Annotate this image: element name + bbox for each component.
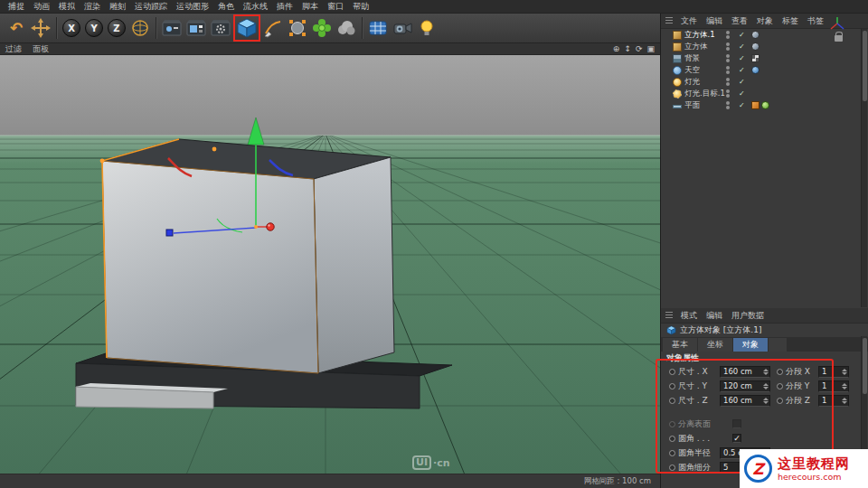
tab-partial[interactable] — [769, 338, 787, 352]
visibility-dots[interactable] — [726, 89, 730, 98]
menu-motion-tracker[interactable]: 运动跟踪 — [130, 0, 172, 14]
menu-plugins[interactable]: 插件 — [272, 0, 297, 14]
size-x-input[interactable]: 160 cm — [720, 366, 770, 378]
cube-primitive-button[interactable] — [236, 17, 258, 39]
undo-button[interactable]: ↶ — [5, 14, 28, 42]
segments-x-input[interactable]: 1 — [818, 366, 849, 378]
menu-character[interactable]: 角色 — [213, 0, 239, 14]
menu-animation[interactable]: 动画 — [29, 0, 54, 14]
pan-view-icon[interactable]: ⊕ — [613, 44, 620, 53]
visibility-dots[interactable] — [726, 54, 730, 62]
anim-dot[interactable] — [669, 436, 675, 442]
z-axis-lock-button[interactable]: Z — [108, 19, 126, 37]
object-row-light[interactable]: 灯光 ✓ — [661, 76, 862, 88]
enabled-check[interactable]: ✓ — [739, 89, 745, 98]
menu-mograph[interactable]: 运动图形 — [172, 0, 213, 14]
stepper[interactable] — [762, 369, 769, 375]
render-settings-button[interactable] — [209, 14, 232, 42]
size-y-input[interactable]: 120 cm — [720, 380, 770, 392]
object-tags[interactable] — [751, 31, 760, 39]
enabled-check[interactable]: ✓ — [739, 42, 745, 51]
menu-help[interactable]: 帮助 — [348, 0, 373, 14]
stepper[interactable] — [841, 383, 848, 389]
object-row-plane[interactable]: 平面 ✓ — [661, 99, 862, 111]
texture-tag-icon[interactable] — [751, 54, 760, 62]
visibility-dots[interactable] — [726, 42, 730, 51]
visibility-dots[interactable] — [726, 31, 730, 39]
move-tool-button[interactable] — [29, 14, 52, 42]
coordinate-system-button[interactable] — [128, 14, 152, 42]
subdivision-surface-button[interactable] — [286, 14, 309, 42]
y-axis-lock-button[interactable]: Y — [85, 19, 103, 37]
tab-basic[interactable]: 基本 — [663, 338, 697, 352]
anim-dot[interactable] — [669, 421, 675, 427]
anim-dot[interactable] — [669, 450, 675, 456]
object-row-light-target[interactable]: 灯光.目标.1 ✓ — [661, 88, 862, 99]
viewport-menu-filter[interactable]: 过滤 — [0, 43, 27, 55]
enabled-check[interactable]: ✓ — [739, 78, 745, 86]
fillet-checkbox[interactable]: ✓ — [732, 434, 741, 443]
object-row-sky[interactable]: 天空 ✓ — [661, 64, 862, 76]
grip-icon[interactable] — [665, 17, 673, 25]
grip-icon[interactable] — [665, 312, 673, 320]
object-tags[interactable] — [751, 42, 760, 51]
object-tags[interactable] — [751, 54, 760, 62]
object-tags[interactable] — [751, 101, 769, 109]
menu-render[interactable]: 渲染 — [80, 0, 105, 14]
enabled-check[interactable]: ✓ — [739, 54, 745, 62]
menu-script[interactable]: 脚本 — [297, 0, 323, 14]
stepper[interactable] — [762, 383, 769, 389]
zoom-view-icon[interactable]: ↕ — [624, 44, 631, 53]
enabled-check[interactable]: ✓ — [739, 66, 745, 74]
visibility-dots[interactable] — [726, 101, 730, 109]
separate-surfaces-checkbox[interactable] — [732, 419, 741, 428]
mograph-button[interactable] — [310, 14, 334, 42]
anim-dot[interactable] — [669, 369, 675, 375]
x-axis-lock-button[interactable]: X — [62, 19, 80, 37]
object-row-cube[interactable]: 立方体 ✓ — [661, 41, 862, 52]
stepper[interactable] — [841, 369, 848, 375]
om-menu-objects[interactable]: 对象 — [752, 15, 778, 27]
am-menu-edit[interactable]: 编辑 — [702, 310, 727, 322]
viewport-canvas[interactable] — [0, 55, 660, 488]
enabled-check[interactable]: ✓ — [739, 31, 745, 39]
compositing-tag-icon[interactable] — [751, 66, 760, 74]
am-menu-userdata[interactable]: 用户数据 — [727, 310, 769, 322]
anim-dot[interactable] — [777, 398, 783, 404]
volume-button[interactable] — [335, 14, 358, 42]
render-picture-viewer-button[interactable] — [184, 14, 208, 42]
material-tag-icon[interactable] — [751, 101, 760, 109]
om-menu-bookmarks[interactable]: 书签 — [803, 15, 828, 27]
menu-pipeline[interactable]: 流水线 — [239, 0, 272, 14]
object-list-scrollbar[interactable] — [861, 29, 867, 307]
om-menu-file[interactable]: 文件 — [676, 15, 702, 27]
stepper[interactable] — [841, 398, 848, 404]
phong-tag-icon[interactable] — [751, 42, 760, 51]
anim-dot[interactable] — [669, 398, 675, 404]
visibility-dots[interactable] — [726, 78, 730, 86]
stepper[interactable] — [762, 398, 769, 404]
anim-dot[interactable] — [777, 369, 783, 375]
menu-window[interactable]: 窗口 — [323, 0, 348, 14]
phong-tag-icon[interactable] — [751, 31, 760, 39]
simulation-grid-button[interactable] — [366, 14, 390, 42]
viewport-menu-panel[interactable]: 面板 — [27, 43, 54, 55]
menu-snap[interactable]: 捕捉 — [4, 0, 29, 14]
segments-y-input[interactable]: 1 — [818, 380, 849, 392]
tab-object[interactable]: 对象 — [733, 338, 768, 352]
object-tags[interactable] — [751, 66, 760, 74]
compositing-tag-icon[interactable] — [761, 101, 769, 109]
menu-simulate[interactable]: 模拟 — [54, 0, 80, 14]
om-menu-view[interactable]: 查看 — [727, 15, 752, 27]
anim-dot[interactable] — [777, 383, 783, 389]
anim-dot[interactable] — [669, 465, 675, 471]
am-menu-mode[interactable]: 模式 — [676, 310, 702, 322]
rotate-view-icon[interactable]: ⟳ — [636, 44, 643, 53]
enabled-check[interactable]: ✓ — [739, 101, 745, 109]
visibility-dots[interactable] — [726, 66, 730, 74]
object-row-background[interactable]: 背景 ✓ — [661, 52, 862, 64]
tab-coordinates[interactable]: 坐标 — [698, 338, 732, 352]
camera-button[interactable] — [391, 14, 414, 42]
toggle-view-icon[interactable]: ▣ — [646, 44, 655, 53]
segments-z-input[interactable]: 1 — [818, 395, 849, 407]
